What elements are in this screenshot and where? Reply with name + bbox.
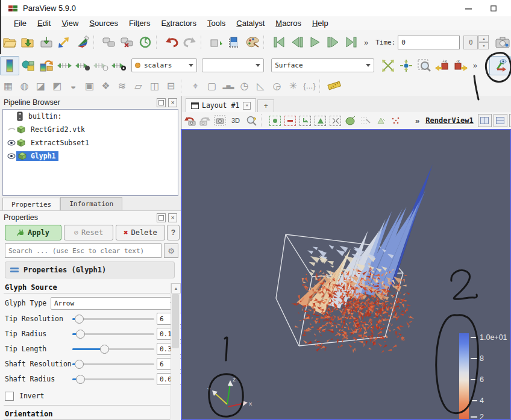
- group-datasets-button[interactable]: ◫: [146, 78, 163, 95]
- minimize-button[interactable]: [460, 4, 476, 13]
- next-frame-button[interactable]: [324, 33, 342, 51]
- set-color-button[interactable]: [19, 57, 37, 75]
- close-layout-tab-button[interactable]: ✕: [243, 102, 251, 110]
- maximize-button[interactable]: [486, 4, 501, 13]
- color-legend[interactable]: 1.0e+01 8 6 4 2: [459, 333, 507, 419]
- delete-button[interactable]: ✖ Delete: [116, 225, 165, 240]
- menu-macros[interactable]: Macros: [270, 17, 307, 29]
- toolbar-overflow-button[interactable]: »: [360, 38, 372, 47]
- calculator-filter-button[interactable]: ▦: [0, 78, 16, 95]
- component-dropdown[interactable]: [202, 58, 264, 72]
- first-frame-button[interactable]: [270, 33, 288, 51]
- data-axes-button[interactable]: [225, 33, 243, 51]
- menu-file[interactable]: File: [8, 17, 32, 29]
- extract-selection-button[interactable]: ▢: [204, 78, 220, 95]
- catalyst-disconnect-button[interactable]: [118, 33, 136, 51]
- catalyst-connect-button[interactable]: [100, 33, 118, 51]
- render-view-canvas[interactable]: Z Y X 1.0e+01 8 6 4 2: [181, 129, 511, 420]
- select-cells-through-button[interactable]: [298, 113, 313, 128]
- reset-camera-button[interactable]: [379, 57, 397, 75]
- save-data-button[interactable]: [37, 33, 55, 51]
- scrollbar-thumb[interactable]: [172, 294, 179, 348]
- rescale-visible-range-button[interactable]: [110, 57, 128, 75]
- color-by-dropdown[interactable]: scalars: [131, 58, 197, 72]
- select-block-button[interactable]: [328, 113, 343, 128]
- visibility-eye-icon[interactable]: [7, 140, 16, 146]
- pipeline-item-rectgrid[interactable]: RectGrid2.vtk: [3, 123, 178, 136]
- shaft-radius-slider[interactable]: [72, 374, 154, 384]
- menu-catalyst[interactable]: Catalyst: [231, 17, 270, 29]
- paraview-wand-button[interactable]: [74, 33, 92, 51]
- reset-button[interactable]: ⊘ Reset: [64, 225, 113, 240]
- camera-undo-button[interactable]: [182, 113, 197, 128]
- split-vertical-button[interactable]: [494, 114, 507, 127]
- pipeline-tree[interactable]: builtin: RectGrid2.vtk ExtractSubset1 Gl…: [2, 109, 178, 196]
- interactive-select-cells-button[interactable]: [343, 113, 358, 128]
- stream-tracer-filter-button[interactable]: ≋: [114, 78, 130, 95]
- set-view-plus-x-button[interactable]: +x: [433, 57, 451, 75]
- visibility-eye-icon[interactable]: [7, 153, 16, 159]
- properties-scrollbar[interactable]: ▲: [171, 283, 180, 420]
- previous-frame-button[interactable]: [288, 33, 306, 51]
- axes-visibility-toggle-button[interactable]: [489, 56, 511, 75]
- undock-panel-button[interactable]: [157, 98, 166, 107]
- select-cells-on-button[interactable]: [268, 113, 283, 128]
- help-button[interactable]: ?: [167, 225, 180, 240]
- menu-edit[interactable]: Edit: [32, 17, 56, 29]
- menu-extractors[interactable]: Extractors: [155, 17, 202, 29]
- warp-filter-button[interactable]: ▱: [130, 78, 146, 95]
- toggle-2d-3d-button[interactable]: 3D: [227, 113, 244, 128]
- glyph-filter-button[interactable]: ❖: [98, 78, 114, 95]
- rescale-temporal-button[interactable]: [92, 57, 110, 75]
- invert-checkbox[interactable]: [5, 392, 14, 401]
- temporal-reload-button[interactable]: [136, 33, 154, 51]
- auto-apply-button[interactable]: [207, 33, 225, 51]
- glyph-type-dropdown[interactable]: Arrow: [51, 297, 178, 310]
- tip-resolution-slider[interactable]: [72, 314, 154, 324]
- apply-button[interactable]: Apply: [5, 225, 61, 240]
- camera-redo-button[interactable]: [197, 113, 212, 128]
- load-state-button[interactable]: [19, 33, 37, 51]
- menu-help[interactable]: Help: [307, 17, 334, 29]
- select-points-on-button[interactable]: [283, 113, 298, 128]
- close-button[interactable]: [509, 4, 511, 13]
- set-view-minus-x-button[interactable]: -x: [451, 57, 469, 75]
- close-panel-button[interactable]: ✕: [168, 213, 177, 222]
- view-toolbar-overflow[interactable]: »: [412, 116, 423, 125]
- zoom-to-box-view-button[interactable]: [244, 113, 259, 128]
- capture-screenshot-button[interactable]: [212, 113, 227, 128]
- pipeline-item-extractsubset[interactable]: ExtractSubset1: [3, 136, 178, 149]
- representation-dropdown[interactable]: Surface: [271, 58, 374, 72]
- last-frame-button[interactable]: [342, 33, 360, 51]
- open-file-button[interactable]: [1, 33, 19, 51]
- spin-down-button[interactable]: ▼: [478, 42, 489, 49]
- tip-radius-slider[interactable]: [72, 329, 154, 339]
- spin-up-button[interactable]: ▲: [478, 35, 489, 42]
- extract-subset-filter-button[interactable]: ▣: [81, 78, 98, 95]
- load-state-arrows-button[interactable]: [55, 33, 74, 51]
- interactive-select-points-button[interactable]: [358, 113, 373, 128]
- search-options-button[interactable]: ⚙: [164, 243, 178, 258]
- menu-view[interactable]: View: [56, 17, 84, 29]
- play-button[interactable]: [306, 33, 324, 51]
- zoom-to-data-button[interactable]: [397, 57, 415, 75]
- clip-filter-button[interactable]: ◪: [33, 78, 49, 95]
- rescale-data-range-button[interactable]: [55, 57, 74, 75]
- select-points-through-button[interactable]: [313, 113, 328, 128]
- menu-sources[interactable]: Sources: [84, 17, 124, 29]
- plot-over-time-button[interactable]: ◷: [236, 78, 252, 95]
- colormap-edit-button[interactable]: [0, 56, 19, 75]
- tab-information[interactable]: Information: [60, 197, 122, 210]
- properties-header[interactable]: Properties ✕: [0, 211, 181, 224]
- programmable-filter-button[interactable]: {…}: [301, 78, 318, 95]
- hover-cells-button[interactable]: [373, 113, 388, 128]
- render-view-title[interactable]: RenderView1: [425, 116, 473, 125]
- add-layout-tab-button[interactable]: +: [257, 99, 274, 112]
- undo-button[interactable]: [163, 33, 181, 51]
- plot-selection-over-time-button[interactable]: ◶: [269, 78, 285, 95]
- properties-section-header[interactable]: Properties (Glyph1): [5, 262, 175, 278]
- plot-over-line-button[interactable]: ◺: [252, 78, 269, 95]
- shaft-resolution-slider[interactable]: [72, 359, 154, 369]
- title-bar[interactable]: ParaView 5.9.0: [0, 0, 511, 16]
- tip-length-slider[interactable]: [72, 344, 154, 354]
